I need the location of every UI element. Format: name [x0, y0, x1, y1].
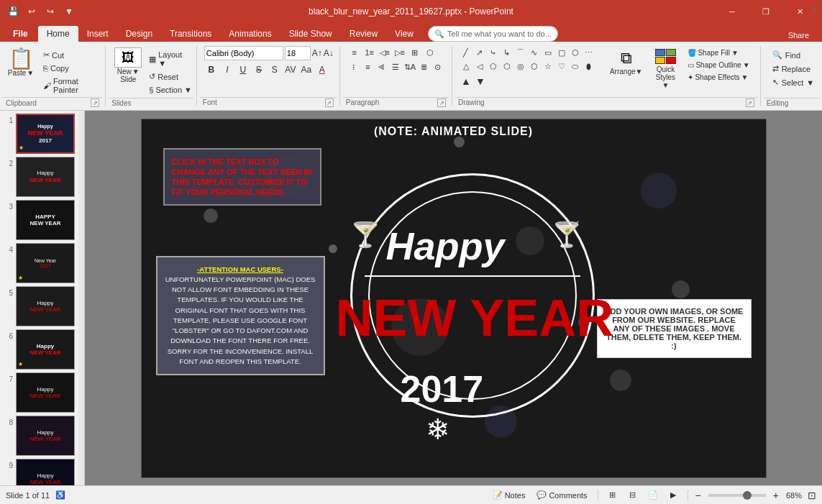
arrange-button[interactable]: ⧉ Arrange ▼ — [606, 46, 646, 78]
shape-outline-button[interactable]: ▭ Shape Outline ▼ — [685, 60, 752, 70]
clipboard-expand[interactable]: ↗ — [91, 98, 99, 107]
zoom-out-button[interactable]: − — [694, 490, 703, 501]
slideshow-button[interactable]: ▶ — [665, 488, 682, 503]
shape-rrect[interactable]: ▢ — [555, 46, 568, 59]
normal-view-button[interactable]: ⊞ — [604, 488, 621, 503]
scroll-shapes-down[interactable]: ▼ — [474, 75, 487, 88]
zoom-in-button[interactable]: + — [772, 490, 780, 501]
select-button[interactable]: ↖ Select ▼ — [768, 76, 815, 88]
tab-slideshow[interactable]: Slide Show — [280, 26, 341, 42]
shape-snip[interactable]: ⬡ — [569, 46, 582, 59]
decrease-font-button[interactable]: A↓ — [324, 46, 334, 60]
char-spacing-button[interactable]: AV — [283, 63, 298, 77]
slide-thumb-5[interactable]: 5 HappyNEW YEAR — [3, 286, 81, 326]
justify-button[interactable]: ☰ — [389, 60, 402, 73]
shape-line[interactable]: ╱ — [460, 46, 472, 59]
tab-file[interactable]: File — [3, 26, 38, 42]
shape-pentagon[interactable]: ⬠ — [487, 60, 500, 73]
align-text-button[interactable]: ≣ — [417, 60, 430, 73]
redo-icon[interactable]: ↪ — [43, 4, 58, 19]
convert-to-smartart-button[interactable]: ⊙ — [431, 60, 444, 73]
tell-me-box[interactable]: 🔍 Tell me what you want to do... — [428, 26, 558, 42]
scroll-shapes-up[interactable]: ▲ — [460, 75, 472, 88]
mac-users-box[interactable]: -ATTENTION MAC USERS- UNFORTUNATELY POWE… — [156, 256, 325, 376]
accessibility-icon[interactable]: ♿ — [55, 490, 65, 500]
shape-heptagon[interactable]: ◎ — [514, 60, 527, 73]
tab-insert[interactable]: Insert — [78, 26, 117, 42]
comments-button[interactable]: 💬 Comments — [532, 489, 591, 501]
tab-home[interactable]: Home — [38, 26, 78, 42]
format-painter-button[interactable]: 🖌 Format Painter — [40, 75, 102, 96]
italic-button[interactable]: I — [220, 63, 234, 77]
slide-thumb-8[interactable]: 8 HappyNEW YEAR — [3, 416, 81, 456]
fit-slide-button[interactable]: ⊡ — [808, 490, 816, 501]
decrease-indent-button[interactable]: ◁≡ — [378, 46, 392, 59]
increase-font-button[interactable]: A↑ — [312, 46, 322, 60]
strikethrough-button[interactable]: S — [252, 63, 266, 77]
paste-button[interactable]: 📋 Paste ▼ — [3, 46, 39, 80]
save-icon[interactable]: 💾 — [6, 4, 20, 19]
font-name-input[interactable] — [204, 46, 283, 60]
shape-arrow[interactable]: ↗ — [473, 46, 486, 59]
slide-thumb-2[interactable]: 2 HappyNEW YEAR — [3, 157, 81, 197]
font-size-input[interactable] — [285, 46, 311, 60]
share-button[interactable]: Share — [781, 29, 816, 42]
slide-thumb-3[interactable]: 3 HAPPYNEW YEAR — [3, 200, 81, 240]
office-tutorials-link[interactable]: Office Tutorials — [718, 31, 775, 40]
replace-button[interactable]: ⇄ Replace — [768, 63, 815, 75]
columns-button[interactable]: ⊞ — [408, 46, 422, 59]
font-color-button[interactable]: A — [315, 63, 329, 77]
shape-callout[interactable]: ⬭ — [569, 60, 582, 73]
paragraph-expand[interactable]: ↗ — [437, 98, 446, 107]
tab-design[interactable]: Design — [117, 26, 161, 42]
underline-button[interactable]: U — [236, 63, 250, 77]
shape-triangle[interactable]: △ — [460, 60, 472, 73]
notes-button[interactable]: 📝 Notes — [488, 489, 530, 501]
slide-thumb-7[interactable]: 7 HappyNEW YEAR — [3, 372, 81, 413]
bullets-button[interactable]: ≡ — [347, 46, 362, 59]
shape-effects-button[interactable]: ✦ Shape Effects ▼ — [685, 72, 752, 83]
shape-octagon[interactable]: ⬡ — [528, 60, 541, 73]
shape-freeform[interactable]: ∿ — [528, 46, 541, 59]
shadow-button[interactable]: S — [268, 63, 282, 77]
shape-hex[interactable]: ⬡ — [501, 60, 513, 73]
align-center-button[interactable]: ≡ — [361, 60, 374, 73]
new-slide-button[interactable]: 🖼 New ▼ Slide — [113, 46, 143, 85]
find-button[interactable]: 🔍 Find — [768, 49, 815, 61]
close-button[interactable]: ✕ — [783, 0, 816, 23]
quick-styles-button[interactable]: QuickStyles ▼ — [649, 46, 682, 92]
font-expand[interactable]: ↗ — [325, 98, 334, 107]
new-year-text[interactable]: NEW YEAR — [336, 292, 614, 344]
tab-review[interactable]: Review — [341, 26, 386, 42]
slide-canvas[interactable]: (NOTE: ANIMATED SLIDE) CLICK IN THE TEXT… — [141, 119, 767, 478]
slide-thumb-6[interactable]: 6 HappyNEW YEAR ★ — [3, 329, 81, 370]
info-text-box[interactable]: CLICK IN THE TEXT BOX TO CHANGE ANY OF T… — [163, 148, 321, 206]
reset-button[interactable]: ↺ Reset — [146, 70, 195, 83]
slide-sorter-button[interactable]: ⊟ — [624, 488, 641, 503]
ribbon-collapse-button[interactable]: ▲ — [812, 3, 819, 13]
smart-art-button[interactable]: ⬡ — [423, 46, 437, 59]
numbering-button[interactable]: 1≡ — [362, 46, 377, 59]
drawing-expand[interactable]: ↗ — [746, 98, 754, 107]
section-button[interactable]: § Section ▼ — [146, 84, 195, 96]
copy-button[interactable]: ⎘ Copy — [40, 63, 102, 74]
layout-button[interactable]: ▦ Layout ▼ — [146, 49, 195, 69]
align-left-button[interactable]: ⫶ — [347, 60, 360, 73]
shape-expand2[interactable]: ⬮ — [583, 60, 595, 73]
shape-connector[interactable]: ⤷ — [487, 46, 500, 59]
slide-thumb-1[interactable]: 1 HappyNEW YEAR2017 ★ — [3, 114, 81, 154]
bold-button[interactable]: B — [204, 63, 219, 77]
tab-animations[interactable]: Animations — [220, 26, 280, 42]
shape-star[interactable]: ☆ — [542, 60, 554, 73]
shape-bend[interactable]: ↳ — [501, 46, 513, 59]
text-direction-button[interactable]: ⇅A — [403, 60, 416, 73]
customize-icon[interactable]: ▼ — [62, 4, 76, 19]
increase-indent-button[interactable]: ▷≡ — [393, 46, 407, 59]
shape-rtriangle[interactable]: ◁ — [473, 60, 486, 73]
restore-button[interactable]: ❐ — [749, 0, 782, 23]
zoom-thumb[interactable] — [743, 491, 752, 500]
shape-more[interactable]: ⋯ — [583, 46, 595, 59]
shape-curve[interactable]: ⌒ — [514, 46, 527, 59]
undo-icon[interactable]: ↩ — [24, 4, 39, 19]
tab-view[interactable]: View — [386, 26, 422, 42]
